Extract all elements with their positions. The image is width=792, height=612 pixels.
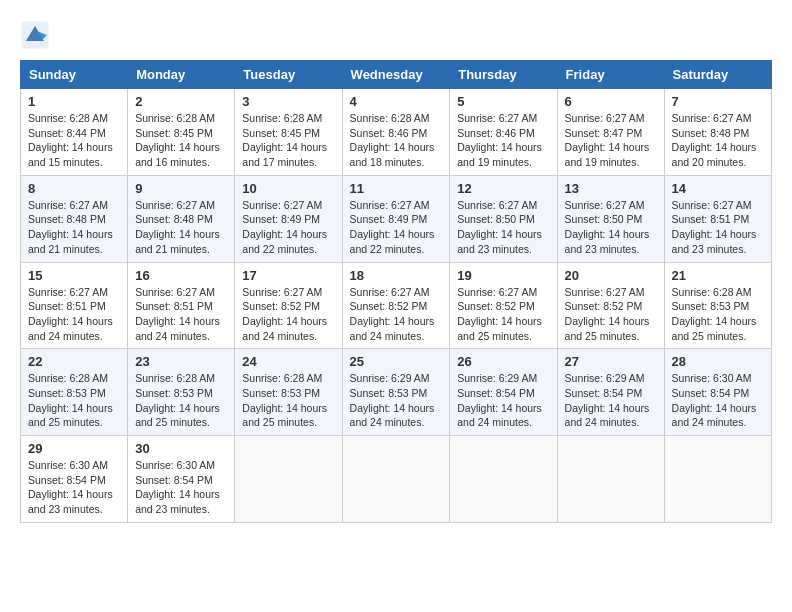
col-header-saturday: Saturday — [664, 61, 771, 89]
calendar-week-row: 15Sunrise: 6:27 AMSunset: 8:51 PMDayligh… — [21, 262, 772, 349]
calendar-cell — [664, 436, 771, 523]
col-header-sunday: Sunday — [21, 61, 128, 89]
day-number: 29 — [28, 441, 120, 456]
day-info: Sunrise: 6:28 AMSunset: 8:44 PMDaylight:… — [28, 111, 120, 170]
day-info: Sunrise: 6:27 AMSunset: 8:51 PMDaylight:… — [28, 285, 120, 344]
day-number: 10 — [242, 181, 334, 196]
day-number: 21 — [672, 268, 764, 283]
calendar-cell: 7Sunrise: 6:27 AMSunset: 8:48 PMDaylight… — [664, 89, 771, 176]
day-number: 16 — [135, 268, 227, 283]
day-number: 13 — [565, 181, 657, 196]
day-number: 23 — [135, 354, 227, 369]
day-number: 7 — [672, 94, 764, 109]
day-number: 28 — [672, 354, 764, 369]
day-number: 27 — [565, 354, 657, 369]
calendar-cell: 22Sunrise: 6:28 AMSunset: 8:53 PMDayligh… — [21, 349, 128, 436]
day-info: Sunrise: 6:29 AMSunset: 8:54 PMDaylight:… — [457, 371, 549, 430]
day-number: 17 — [242, 268, 334, 283]
calendar-cell: 27Sunrise: 6:29 AMSunset: 8:54 PMDayligh… — [557, 349, 664, 436]
day-number: 24 — [242, 354, 334, 369]
day-info: Sunrise: 6:27 AMSunset: 8:48 PMDaylight:… — [135, 198, 227, 257]
day-info: Sunrise: 6:29 AMSunset: 8:54 PMDaylight:… — [565, 371, 657, 430]
logo — [20, 20, 54, 50]
calendar-cell: 19Sunrise: 6:27 AMSunset: 8:52 PMDayligh… — [450, 262, 557, 349]
col-header-thursday: Thursday — [450, 61, 557, 89]
calendar-cell: 17Sunrise: 6:27 AMSunset: 8:52 PMDayligh… — [235, 262, 342, 349]
calendar-table: SundayMondayTuesdayWednesdayThursdayFrid… — [20, 60, 772, 523]
day-info: Sunrise: 6:28 AMSunset: 8:46 PMDaylight:… — [350, 111, 443, 170]
calendar-cell — [557, 436, 664, 523]
calendar-cell: 20Sunrise: 6:27 AMSunset: 8:52 PMDayligh… — [557, 262, 664, 349]
day-number: 25 — [350, 354, 443, 369]
day-number: 30 — [135, 441, 227, 456]
calendar-cell: 2Sunrise: 6:28 AMSunset: 8:45 PMDaylight… — [128, 89, 235, 176]
calendar-cell: 30Sunrise: 6:30 AMSunset: 8:54 PMDayligh… — [128, 436, 235, 523]
day-number: 4 — [350, 94, 443, 109]
calendar-cell: 13Sunrise: 6:27 AMSunset: 8:50 PMDayligh… — [557, 175, 664, 262]
day-number: 26 — [457, 354, 549, 369]
day-info: Sunrise: 6:27 AMSunset: 8:48 PMDaylight:… — [28, 198, 120, 257]
day-number: 19 — [457, 268, 549, 283]
day-info: Sunrise: 6:27 AMSunset: 8:52 PMDaylight:… — [350, 285, 443, 344]
page-header — [20, 20, 772, 50]
day-number: 5 — [457, 94, 549, 109]
calendar-cell: 16Sunrise: 6:27 AMSunset: 8:51 PMDayligh… — [128, 262, 235, 349]
calendar-cell: 24Sunrise: 6:28 AMSunset: 8:53 PMDayligh… — [235, 349, 342, 436]
calendar-cell: 21Sunrise: 6:28 AMSunset: 8:53 PMDayligh… — [664, 262, 771, 349]
day-info: Sunrise: 6:27 AMSunset: 8:52 PMDaylight:… — [565, 285, 657, 344]
day-info: Sunrise: 6:27 AMSunset: 8:49 PMDaylight:… — [350, 198, 443, 257]
day-info: Sunrise: 6:28 AMSunset: 8:53 PMDaylight:… — [28, 371, 120, 430]
calendar-cell: 25Sunrise: 6:29 AMSunset: 8:53 PMDayligh… — [342, 349, 450, 436]
day-info: Sunrise: 6:27 AMSunset: 8:49 PMDaylight:… — [242, 198, 334, 257]
calendar-cell: 3Sunrise: 6:28 AMSunset: 8:45 PMDaylight… — [235, 89, 342, 176]
calendar-cell: 28Sunrise: 6:30 AMSunset: 8:54 PMDayligh… — [664, 349, 771, 436]
day-info: Sunrise: 6:27 AMSunset: 8:50 PMDaylight:… — [457, 198, 549, 257]
col-header-tuesday: Tuesday — [235, 61, 342, 89]
col-header-monday: Monday — [128, 61, 235, 89]
day-number: 22 — [28, 354, 120, 369]
day-info: Sunrise: 6:28 AMSunset: 8:45 PMDaylight:… — [135, 111, 227, 170]
day-info: Sunrise: 6:29 AMSunset: 8:53 PMDaylight:… — [350, 371, 443, 430]
calendar-week-row: 1Sunrise: 6:28 AMSunset: 8:44 PMDaylight… — [21, 89, 772, 176]
day-info: Sunrise: 6:27 AMSunset: 8:51 PMDaylight:… — [135, 285, 227, 344]
calendar-cell: 1Sunrise: 6:28 AMSunset: 8:44 PMDaylight… — [21, 89, 128, 176]
calendar-cell: 29Sunrise: 6:30 AMSunset: 8:54 PMDayligh… — [21, 436, 128, 523]
calendar-cell: 6Sunrise: 6:27 AMSunset: 8:47 PMDaylight… — [557, 89, 664, 176]
day-info: Sunrise: 6:30 AMSunset: 8:54 PMDaylight:… — [28, 458, 120, 517]
col-header-friday: Friday — [557, 61, 664, 89]
calendar-cell — [342, 436, 450, 523]
day-number: 1 — [28, 94, 120, 109]
calendar-week-row: 22Sunrise: 6:28 AMSunset: 8:53 PMDayligh… — [21, 349, 772, 436]
day-info: Sunrise: 6:27 AMSunset: 8:52 PMDaylight:… — [457, 285, 549, 344]
calendar-cell: 26Sunrise: 6:29 AMSunset: 8:54 PMDayligh… — [450, 349, 557, 436]
day-number: 3 — [242, 94, 334, 109]
day-number: 14 — [672, 181, 764, 196]
col-header-wednesday: Wednesday — [342, 61, 450, 89]
calendar-cell: 11Sunrise: 6:27 AMSunset: 8:49 PMDayligh… — [342, 175, 450, 262]
day-number: 6 — [565, 94, 657, 109]
day-info: Sunrise: 6:28 AMSunset: 8:53 PMDaylight:… — [672, 285, 764, 344]
day-info: Sunrise: 6:27 AMSunset: 8:48 PMDaylight:… — [672, 111, 764, 170]
day-info: Sunrise: 6:27 AMSunset: 8:51 PMDaylight:… — [672, 198, 764, 257]
calendar-cell: 4Sunrise: 6:28 AMSunset: 8:46 PMDaylight… — [342, 89, 450, 176]
calendar-header-row: SundayMondayTuesdayWednesdayThursdayFrid… — [21, 61, 772, 89]
calendar-cell — [235, 436, 342, 523]
day-info: Sunrise: 6:27 AMSunset: 8:50 PMDaylight:… — [565, 198, 657, 257]
calendar-cell: 15Sunrise: 6:27 AMSunset: 8:51 PMDayligh… — [21, 262, 128, 349]
calendar-cell: 12Sunrise: 6:27 AMSunset: 8:50 PMDayligh… — [450, 175, 557, 262]
day-info: Sunrise: 6:28 AMSunset: 8:53 PMDaylight:… — [242, 371, 334, 430]
calendar-cell: 10Sunrise: 6:27 AMSunset: 8:49 PMDayligh… — [235, 175, 342, 262]
day-info: Sunrise: 6:28 AMSunset: 8:45 PMDaylight:… — [242, 111, 334, 170]
calendar-cell: 9Sunrise: 6:27 AMSunset: 8:48 PMDaylight… — [128, 175, 235, 262]
day-number: 11 — [350, 181, 443, 196]
calendar-cell: 18Sunrise: 6:27 AMSunset: 8:52 PMDayligh… — [342, 262, 450, 349]
day-number: 18 — [350, 268, 443, 283]
day-info: Sunrise: 6:27 AMSunset: 8:47 PMDaylight:… — [565, 111, 657, 170]
calendar-week-row: 29Sunrise: 6:30 AMSunset: 8:54 PMDayligh… — [21, 436, 772, 523]
calendar-cell: 8Sunrise: 6:27 AMSunset: 8:48 PMDaylight… — [21, 175, 128, 262]
calendar-cell: 23Sunrise: 6:28 AMSunset: 8:53 PMDayligh… — [128, 349, 235, 436]
calendar-week-row: 8Sunrise: 6:27 AMSunset: 8:48 PMDaylight… — [21, 175, 772, 262]
day-number: 8 — [28, 181, 120, 196]
day-info: Sunrise: 6:30 AMSunset: 8:54 PMDaylight:… — [135, 458, 227, 517]
day-number: 9 — [135, 181, 227, 196]
